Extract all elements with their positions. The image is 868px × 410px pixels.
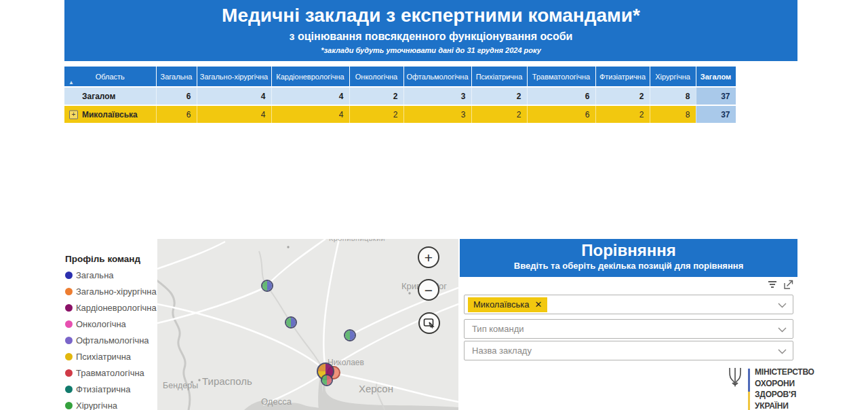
- marker-slice: [291, 318, 296, 327]
- map-label-bendery: Бендеры: [163, 381, 198, 390]
- table-header-row: Область ▲ Загальна Загально-хірургічна К…: [64, 67, 736, 87]
- map-label-kherson: Херсон: [359, 383, 393, 394]
- selected-region-chip[interactable]: Миколаївська ✕: [468, 297, 547, 312]
- region-matrix-table: Область ▲ Загальна Загально-хірургічна К…: [64, 67, 736, 123]
- dropdown-placeholder: Тип команди: [468, 324, 524, 334]
- facilities-map[interactable]: Кропивницький Кривой Рог Николаев Херсон…: [157, 239, 458, 410]
- row-label: Загалом: [64, 87, 156, 105]
- legend-item-zahalna[interactable]: Загальна: [65, 270, 157, 280]
- cell-value: 6: [156, 105, 197, 123]
- logo-line: ОХОРОНИ: [755, 378, 814, 390]
- table-row-total[interactable]: Загалом 6 4 4 2 3 2 6 2 8 37: [64, 87, 736, 105]
- legend-title: Профіль команд: [65, 254, 157, 264]
- legend-item-oftalmolohichna[interactable]: Офтальмологічна: [65, 335, 157, 346]
- chip-label: Миколаївська: [473, 299, 530, 310]
- map-box-select-button[interactable]: [418, 312, 440, 334]
- table-row-mykolaivska[interactable]: + Миколаївська 6 4 4 2 3 2 6 2 8 37: [64, 105, 736, 123]
- legend-label: Кардіоневрологічна: [76, 303, 157, 313]
- remove-chip-icon[interactable]: ✕: [535, 300, 542, 309]
- logo-line: УКРАЇНИ: [755, 400, 814, 410]
- color-dot: [65, 304, 73, 312]
- page-note: *заклади будуть уточнювати дані до 31 гр…: [64, 46, 797, 54]
- cell-value: 2: [595, 105, 650, 123]
- column-header-zahalna[interactable]: Загальна: [156, 67, 197, 87]
- region-name: Миколаївська: [82, 110, 138, 119]
- legend-label: Загально-хірургічна: [76, 286, 157, 297]
- map-zoom-out-button[interactable]: −: [418, 279, 439, 301]
- cell-value: 3: [403, 105, 471, 123]
- cell-value: 4: [197, 87, 271, 105]
- map-marker-facility[interactable]: [321, 374, 333, 386]
- legend-item-zahalno-khirurhichna[interactable]: Загально-хірургічна: [65, 286, 157, 297]
- cell-value: 6: [527, 87, 595, 105]
- legend-item-onkolohichna[interactable]: Онкологічна: [65, 319, 157, 329]
- expand-row-icon[interactable]: +: [69, 110, 78, 119]
- marker-slice: [345, 331, 350, 340]
- legend-item-ftyziatrychna[interactable]: Фтизіатрична: [65, 384, 157, 394]
- filter-icon[interactable]: [768, 281, 776, 288]
- legend-label: Онкологічна: [76, 319, 126, 329]
- cell-value: 4: [197, 105, 271, 123]
- legend-label: Фтизіатрична: [76, 384, 131, 394]
- column-header-label: Область: [96, 73, 125, 81]
- cell-value: 2: [349, 105, 403, 123]
- cell-total: 37: [696, 105, 736, 123]
- map-marker-facility[interactable]: [285, 316, 297, 329]
- region-filter-dropdown[interactable]: Миколаївська ✕: [464, 295, 793, 314]
- minus-icon: −: [425, 283, 433, 297]
- legend-item-khirurhichna[interactable]: Хірургічна: [65, 400, 157, 410]
- column-header-khirurhichna[interactable]: Хірургічна: [650, 67, 696, 87]
- focus-mode-icon[interactable]: [784, 280, 793, 289]
- team-profile-legend: Профіль команд Загальна Загально-хірургі…: [65, 254, 157, 410]
- legend-label: Хірургічна: [76, 400, 117, 410]
- cell-value: 3: [403, 87, 471, 105]
- column-header-oblast[interactable]: Область ▲: [64, 67, 156, 87]
- map-zoom-in-button[interactable]: +: [418, 246, 439, 268]
- chevron-down-icon: [778, 303, 787, 308]
- logo-line: ЗДОРОВ'Я: [755, 389, 814, 400]
- flag-bar: [748, 369, 750, 410]
- page-title: Медичні заклади з експертними командами*: [64, 0, 797, 26]
- column-header-oftalmolohichna[interactable]: Офтальмологічна: [403, 67, 471, 87]
- legend-item-psykhiatrychna[interactable]: Психіатрична: [65, 352, 157, 362]
- color-dot: [65, 272, 73, 279]
- map-marker-facility[interactable]: [344, 329, 356, 341]
- legend-item-travmatolohichna[interactable]: Травматологічна: [65, 368, 157, 378]
- column-header-travmatolohichna[interactable]: Травматологічна: [527, 67, 595, 87]
- tryzub-icon: [727, 367, 743, 387]
- column-header-onkolohichna[interactable]: Онкологічна: [349, 67, 403, 87]
- cell-value: 2: [349, 87, 403, 105]
- box-select-icon: [423, 318, 435, 329]
- color-dot: [65, 402, 73, 409]
- marker-slice: [286, 318, 291, 327]
- marker-slice: [267, 281, 272, 291]
- team-type-dropdown[interactable]: Тип команди: [464, 319, 793, 339]
- column-header-zahalno-khirurhichna[interactable]: Загально-хірургічна: [197, 67, 271, 87]
- comparison-header: Порівняння Введіть та оберіть декілька п…: [460, 239, 797, 277]
- marker-slice: [327, 375, 332, 385]
- map-label-kropyvnytskyi: Кропивницький: [329, 239, 385, 242]
- column-header-psykhiatrychna[interactable]: Психіатрична: [471, 67, 527, 87]
- facility-name-dropdown[interactable]: Назва закладу: [464, 341, 793, 360]
- color-dot: [65, 369, 73, 377]
- map-marker-facility[interactable]: [261, 280, 273, 292]
- color-dot: [65, 337, 73, 344]
- legend-label: Травматологічна: [76, 368, 144, 378]
- cell-value: 2: [471, 105, 527, 123]
- visual-header-icons: [768, 280, 793, 289]
- cell-value: 2: [471, 87, 527, 105]
- column-header-ftyziatrychna[interactable]: Фтизіатрична: [595, 67, 650, 87]
- comparison-subtitle: Введіть та оберіть декілька позицій для …: [460, 261, 797, 271]
- legend-item-kardionevrolohichna[interactable]: Кардіоневрологічна: [65, 303, 157, 313]
- cell-value: 4: [271, 87, 349, 105]
- column-header-kardionevrolohichna[interactable]: Кардіоневрологічна: [271, 67, 349, 87]
- cell-value: 2: [595, 87, 650, 105]
- cell-value: 8: [650, 105, 696, 123]
- cell-value: 4: [271, 105, 349, 123]
- legend-label: Загальна: [76, 270, 114, 280]
- sort-ascending-icon: ▲: [68, 80, 74, 86]
- cell-value: 6: [156, 87, 197, 105]
- chevron-down-icon: [778, 349, 787, 354]
- column-header-total[interactable]: Загалом: [696, 67, 736, 87]
- legend-label: Психіатрична: [76, 352, 131, 362]
